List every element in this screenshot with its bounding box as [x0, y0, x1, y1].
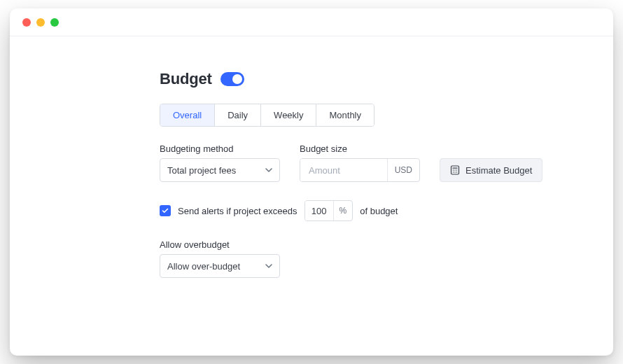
svg-point-5	[453, 172, 454, 172]
overbudget-value: Allow over-budget	[167, 261, 240, 272]
budgeting-method-group: Budgeting method Total project fees	[160, 144, 280, 182]
page-title: Budget	[160, 70, 212, 88]
budgeting-method-label: Budgeting method	[160, 144, 280, 154]
svg-point-3	[454, 169, 455, 170]
alert-threshold-field: %	[304, 200, 354, 221]
svg-point-4	[456, 169, 457, 170]
budget-size-group: Budget size USD	[300, 144, 420, 182]
send-alerts-checkbox[interactable]	[160, 205, 171, 216]
chevron-down-icon	[265, 168, 272, 172]
alert-threshold-unit: %	[333, 201, 353, 220]
tab-weekly[interactable]: Weekly	[261, 104, 316, 126]
budget-enable-toggle[interactable]	[220, 72, 244, 86]
alert-threshold-input[interactable]	[305, 201, 333, 220]
budget-size-label: Budget size	[300, 144, 420, 154]
tab-monthly[interactable]: Monthly	[316, 104, 374, 126]
chevron-down-icon	[265, 264, 272, 268]
window-titlebar	[10, 8, 613, 36]
alerts-label-pre: Send alerts if project exceeds	[178, 206, 298, 216]
budget-size-unit: USD	[387, 159, 419, 181]
overbudget-label: Allow overbudget	[160, 239, 613, 250]
app-window: Budget Overall Daily Weekly Monthly Budg…	[10, 8, 613, 356]
estimate-budget-button[interactable]: Estimate Budget	[440, 158, 542, 182]
budgeting-method-value: Total project fees	[167, 165, 236, 176]
tab-overall[interactable]: Overall	[160, 104, 215, 126]
budget-panel: Budget Overall Daily Weekly Monthly Budg…	[10, 36, 613, 278]
budget-size-input[interactable]	[300, 159, 387, 181]
calculator-icon	[450, 165, 460, 175]
window-fullscreen-button[interactable]	[50, 18, 59, 27]
svg-point-2	[453, 169, 454, 170]
budget-size-field: USD	[300, 158, 420, 182]
estimate-budget-label: Estimate Budget	[465, 165, 532, 176]
period-tabs: Overall Daily Weekly Monthly	[160, 104, 374, 127]
svg-point-6	[454, 172, 455, 172]
budgeting-method-select[interactable]: Total project fees	[160, 158, 280, 182]
window-close-button[interactable]	[22, 18, 31, 27]
alert-row: Send alerts if project exceeds % of budg…	[160, 200, 613, 221]
svg-point-7	[456, 172, 457, 172]
overbudget-group: Allow overbudget Allow over-budget	[160, 239, 613, 278]
overbudget-select[interactable]: Allow over-budget	[160, 254, 280, 278]
window-minimize-button[interactable]	[36, 18, 45, 27]
alerts-label-post: of budget	[360, 206, 398, 216]
tab-daily[interactable]: Daily	[215, 104, 261, 126]
